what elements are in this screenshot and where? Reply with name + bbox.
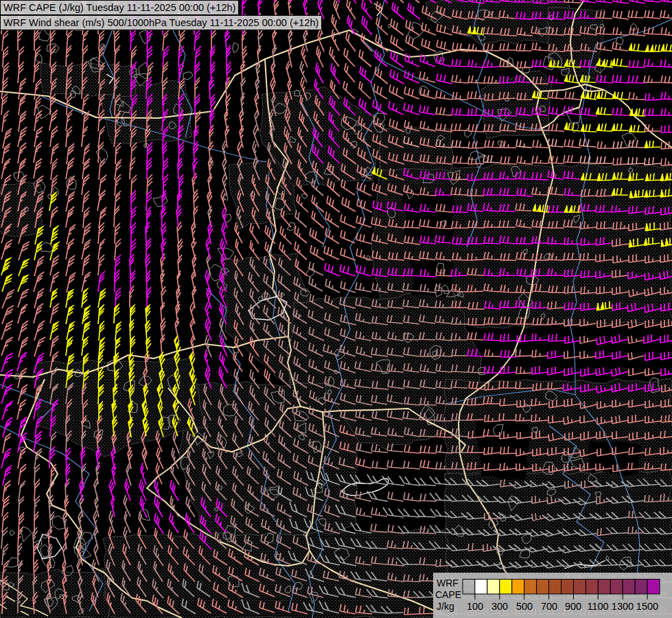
svg-text:1300: 1300: [612, 601, 634, 612]
svg-text:100: 100: [467, 601, 483, 612]
svg-text:1100: 1100: [587, 601, 608, 612]
svg-text:J/kg: J/kg: [437, 601, 454, 612]
svg-text:700: 700: [541, 601, 557, 612]
svg-text:WRF: WRF: [437, 577, 459, 588]
svg-text:500: 500: [516, 601, 533, 612]
svg-text:CAPE: CAPE: [435, 589, 461, 600]
svg-text:1500: 1500: [636, 601, 658, 612]
svg-text:900: 900: [565, 601, 581, 612]
svg-text:300: 300: [491, 601, 508, 612]
